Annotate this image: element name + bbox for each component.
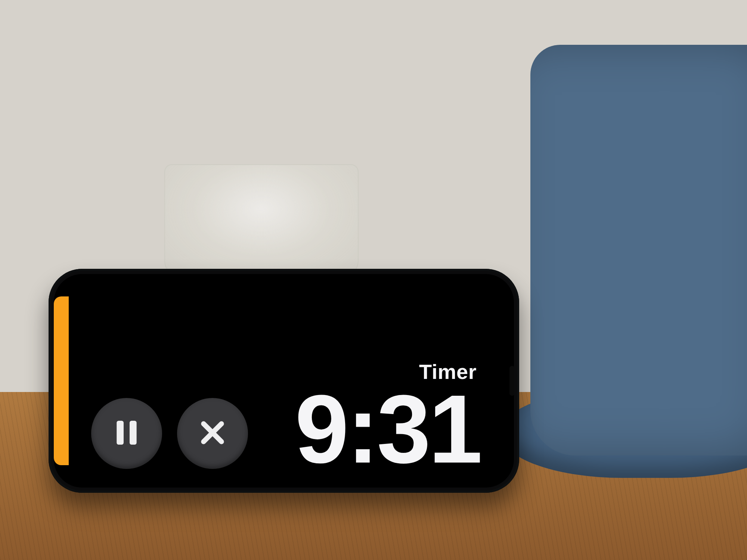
cancel-button[interactable] [177, 398, 248, 469]
svg-rect-1 [130, 421, 137, 445]
pause-button[interactable] [91, 398, 162, 469]
phone-frame: Timer 9:31 [49, 269, 519, 493]
phone-screen[interactable]: Timer 9:31 [54, 274, 514, 488]
close-icon [198, 418, 227, 449]
pause-icon [112, 418, 142, 449]
svg-rect-0 [117, 421, 124, 445]
scene-candle [164, 164, 359, 276]
timer-time: 9:31 [295, 385, 480, 473]
scene-plant-pot [530, 45, 747, 455]
timer-progress-bar [54, 296, 69, 465]
timer-controls [91, 398, 248, 469]
timer-display: Timer 9:31 [295, 360, 480, 473]
phone-speaker-notch [509, 366, 514, 396]
